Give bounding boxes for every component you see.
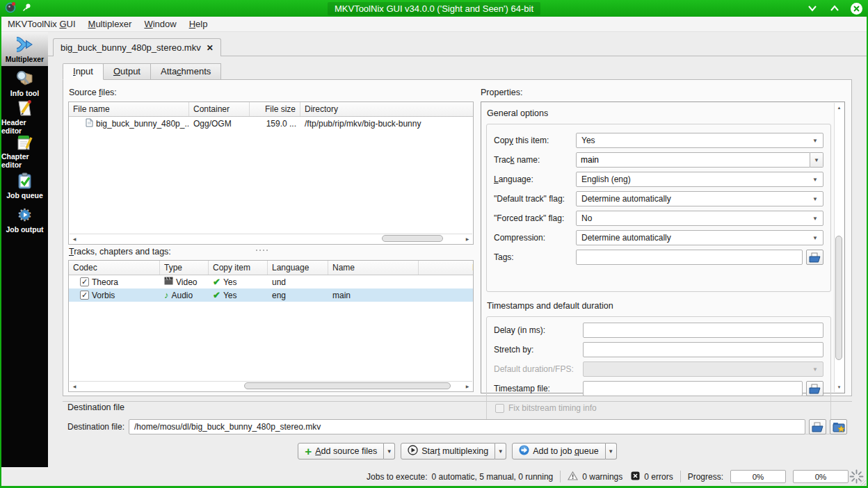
timestamps-title: Timestamps and default duration bbox=[487, 301, 613, 311]
sidebar-item-job-queue[interactable]: Job queue bbox=[1, 168, 48, 202]
clipboard-check-icon bbox=[15, 171, 35, 190]
col-file-size[interactable]: File size bbox=[250, 102, 300, 116]
default-track-flag-dropdown[interactable]: Determine automatically▼ bbox=[576, 191, 823, 206]
sidebar-item-multiplexer[interactable]: Multiplexer bbox=[1, 32, 48, 66]
properties-scroll-area: General options Copy this item: Yes▼ Tra… bbox=[481, 101, 845, 393]
splitter-handle[interactable] bbox=[256, 250, 268, 251]
sidebar-item-label: Multiplexer bbox=[6, 55, 44, 63]
tags-input[interactable] bbox=[576, 250, 803, 265]
plus-icon: + bbox=[305, 446, 312, 457]
check-icon: ✔ bbox=[213, 290, 220, 300]
start-multiplexing-button[interactable]: Start multiplexing ▼ bbox=[401, 443, 506, 459]
merge-arrows-icon bbox=[15, 35, 35, 54]
stretch-by-label: Stretch by: bbox=[494, 345, 583, 355]
sidebar-item-info-tool[interactable]: Info tool bbox=[1, 66, 48, 100]
track-name-input[interactable] bbox=[576, 152, 810, 168]
tab-output[interactable]: Output bbox=[103, 63, 151, 80]
scroll-left-icon[interactable]: ◀ bbox=[70, 234, 79, 243]
copy-this-item-dropdown[interactable]: Yes▼ bbox=[576, 133, 823, 148]
jobs-value: 0 automatic, 5 manual, 0 running bbox=[431, 472, 553, 482]
col-file-name[interactable]: File name bbox=[69, 102, 189, 116]
col-directory[interactable]: Directory bbox=[300, 102, 473, 116]
check-icon: ✔ bbox=[213, 277, 220, 287]
track-checkbox[interactable]: ✓ bbox=[80, 277, 89, 286]
gear-play-icon: ⚙ bbox=[15, 205, 35, 225]
properties-vscrollbar[interactable]: ▲ ▼ bbox=[834, 103, 844, 392]
scroll-up-icon[interactable]: ▲ bbox=[835, 103, 844, 113]
tracks-header[interactable]: Codec Type Copy item Language Name ID bbox=[69, 261, 473, 275]
video-icon bbox=[164, 277, 173, 287]
minimize-icon[interactable] bbox=[806, 2, 819, 15]
start-multiplexing-menu-icon[interactable]: ▼ bbox=[495, 443, 506, 459]
add-to-job-queue-button[interactable]: Add to job queue ▼ bbox=[512, 443, 617, 459]
warnings-count: 0 warnings bbox=[582, 472, 622, 482]
properties-label: Properties: bbox=[481, 88, 522, 97]
forced-track-flag-label: "Forced track" flag: bbox=[494, 213, 576, 223]
track-name-dropdown-icon[interactable]: ▼ bbox=[810, 152, 823, 168]
col-type[interactable]: Type bbox=[160, 261, 209, 275]
sidebar-item-header-editor[interactable]: Header editor bbox=[1, 100, 48, 134]
close-icon[interactable] bbox=[851, 3, 862, 15]
menu-help[interactable]: Help bbox=[183, 17, 214, 31]
add-to-job-queue-menu-icon[interactable]: ▼ bbox=[606, 443, 617, 459]
col-copy-item[interactable]: Copy item bbox=[209, 261, 268, 275]
timestamp-file-input[interactable] bbox=[583, 381, 803, 396]
add-source-files-menu-icon[interactable]: ▼ bbox=[384, 443, 395, 459]
window-title: MKVToolNix GUI v34.0.0 ('Sight and Seen'… bbox=[328, 2, 540, 15]
jobs-status: Jobs to execute: 0 automatic, 5 manual, … bbox=[367, 472, 553, 482]
destination-row: Destination file: bbox=[67, 418, 847, 435]
col-language[interactable]: Language bbox=[268, 261, 328, 275]
timestamp-file-browse-button[interactable] bbox=[806, 381, 823, 396]
resize-grip[interactable] bbox=[860, 480, 866, 485]
scroll-left-icon[interactable]: ◀ bbox=[70, 382, 79, 391]
language-dropdown[interactable]: English (eng)▼ bbox=[576, 172, 823, 187]
stretch-by-input[interactable] bbox=[583, 342, 823, 357]
destination-file-input[interactable] bbox=[129, 419, 805, 434]
menu-mkvtoolnix-gui[interactable]: MKVToolNix GUI bbox=[1, 17, 82, 31]
tool-sidebar: Multiplexer Info tool Header editor Chap… bbox=[1, 32, 48, 467]
add-source-files-button[interactable]: +Add source files ▼ bbox=[298, 443, 395, 459]
destination-browse-button[interactable] bbox=[809, 419, 826, 434]
source-files-table[interactable]: File name Container File size Directory … bbox=[68, 101, 474, 245]
source-file-row[interactable]: big_buck_bunny_480p_... Ogg/OGM 159.0 ..… bbox=[69, 117, 473, 130]
status-bar: Jobs to execute: 0 automatic, 5 manual, … bbox=[1, 467, 867, 486]
progress-label: Progress: bbox=[688, 472, 723, 482]
scroll-right-icon[interactable]: ▶ bbox=[463, 234, 472, 243]
blue-arrow-icon bbox=[519, 445, 529, 457]
delay-label: Delay (in ms): bbox=[494, 325, 583, 335]
col-id[interactable]: ID bbox=[419, 261, 473, 275]
tracks-table[interactable]: Codec Type Copy item Language Name ID ✓T… bbox=[68, 260, 474, 392]
track-row-theora[interactable]: ✓Theora Video ✔Yes und bbox=[69, 275, 473, 288]
scroll-right-icon[interactable]: ▶ bbox=[463, 382, 472, 391]
tags-browse-button[interactable] bbox=[806, 250, 823, 265]
menu-window[interactable]: Window bbox=[138, 17, 182, 31]
source-files-header[interactable]: File name Container File size Directory bbox=[69, 102, 473, 117]
file-tab[interactable]: big_buck_bunny_480p_stereo.mkv ✕ bbox=[53, 38, 221, 56]
source-files-label: Source files: bbox=[69, 88, 117, 97]
source-files-hscrollbar[interactable]: ◀ ▶ bbox=[70, 234, 472, 243]
tab-input[interactable]: Input bbox=[63, 63, 104, 80]
col-container[interactable]: Container bbox=[189, 102, 250, 116]
compression-dropdown[interactable]: Determine automatically▼ bbox=[576, 230, 823, 245]
destination-favorites-button[interactable] bbox=[830, 419, 847, 434]
col-name[interactable]: Name bbox=[328, 261, 419, 275]
sidebar-item-job-output[interactable]: ⚙ Job output bbox=[1, 202, 48, 236]
sidebar-item-chapter-editor[interactable]: Chapter editor bbox=[1, 134, 48, 168]
progress-current: 0% bbox=[730, 470, 786, 483]
maximize-icon[interactable] bbox=[828, 2, 841, 15]
delay-input[interactable] bbox=[583, 323, 823, 338]
col-codec[interactable]: Codec bbox=[69, 261, 160, 275]
sidebar-item-label: Header editor bbox=[1, 118, 48, 135]
scroll-down-icon[interactable]: ▼ bbox=[835, 382, 844, 392]
track-checkbox[interactable]: ✓ bbox=[80, 291, 89, 300]
file-tab-label: big_buck_bunny_480p_stereo.mkv bbox=[61, 42, 201, 53]
multiplexer-view: big_buck_bunny_480p_stereo.mkv ✕ Input O… bbox=[48, 32, 867, 467]
track-row-vorbis[interactable]: ✓Vorbis ♪Audio ✔Yes eng main bbox=[69, 288, 473, 302]
forced-track-flag-dropdown[interactable]: No▼ bbox=[576, 211, 823, 226]
file-tab-close-icon[interactable]: ✕ bbox=[207, 43, 214, 53]
tracks-hscrollbar[interactable]: ◀ ▶ bbox=[70, 381, 472, 391]
tab-attachments[interactable]: Attachments bbox=[150, 63, 221, 80]
menu-multiplexer[interactable]: Multiplexer bbox=[82, 17, 138, 31]
track-name-label: Track name: bbox=[494, 155, 576, 165]
magnifier-box-icon bbox=[15, 69, 35, 88]
